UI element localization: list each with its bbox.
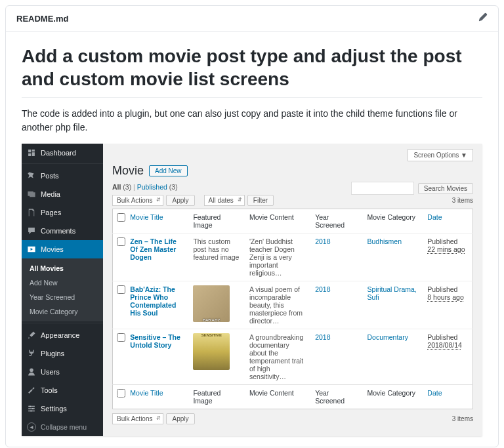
add-new-button[interactable]: Add New (149, 165, 188, 176)
col-year: Year Screened (311, 209, 363, 234)
submenu-add-new[interactable]: Add New (22, 275, 103, 290)
select-all-checkbox[interactable] (117, 213, 125, 222)
row-checkbox[interactable] (117, 237, 125, 246)
user-icon (27, 367, 36, 377)
sidebar-item-tools[interactable]: Tools (22, 381, 103, 399)
sidebar-item-appearance[interactable]: Appearance (22, 326, 103, 344)
row-title-link[interactable]: Zen – The Life Of Zen Master Dogen (130, 237, 177, 261)
row-date-when: 8 hours ago (427, 293, 463, 301)
col-content: Movie Content (245, 385, 311, 409)
submenu-all-movies[interactable]: All Movies (22, 261, 103, 275)
row-date-when: 22 mins ago (427, 245, 465, 253)
col-title[interactable]: Movie Title (126, 209, 189, 234)
collapse-menu[interactable]: ◄Collapse menu (22, 418, 103, 436)
search-input[interactable] (351, 182, 414, 195)
posts-table: Movie Title Featured Image Movie Content… (112, 209, 473, 409)
row-date-pub: Published (427, 237, 469, 245)
media-icon (27, 190, 36, 199)
row-year-link[interactable]: 2018 (315, 237, 330, 245)
admin-sidebar: Dashboard Posts Media Pages Comments Mov… (22, 144, 103, 436)
sidebar-item-users[interactable]: Users (22, 363, 103, 381)
status-published[interactable]: Published (3) (137, 183, 178, 191)
table-row: Sensitive – The Untold Story SENSITIVE A… (113, 329, 473, 385)
row-category-link[interactable]: Budhismen (367, 237, 402, 245)
col-image: Featured Image (189, 209, 245, 234)
row-content: A visual poem of incomparable beauty, th… (249, 285, 303, 325)
sidebar-item-media[interactable]: Media (22, 185, 103, 203)
items-count: 3 items (452, 195, 473, 205)
comment-icon (27, 226, 36, 235)
file-name: README.md (16, 14, 68, 24)
items-count-bottom: 3 items (452, 414, 473, 424)
svg-point-1 (32, 408, 33, 409)
row-date-pub: Published (427, 333, 469, 341)
table-row: Zen – The Life Of Zen Master Dogen This … (113, 234, 473, 281)
row-checkbox[interactable] (117, 285, 125, 294)
col-date[interactable]: Date (423, 385, 472, 409)
row-category-link[interactable]: Documentary (367, 333, 408, 341)
brush-icon (27, 331, 36, 340)
sliders-icon (27, 404, 36, 413)
row-year-link[interactable]: 2018 (315, 285, 330, 293)
select-all-checkbox-foot[interactable] (117, 389, 125, 397)
sidebar-submenu: All Movies Add New Year Screened Movie C… (22, 258, 103, 321)
plug-icon (27, 349, 36, 358)
col-category: Movie Category (363, 385, 423, 409)
admin-main: Screen Options ▼ Movie Add New All (3) |… (103, 144, 482, 436)
search-row: Search Movies (351, 182, 473, 195)
title-row: Movie Add New (112, 164, 473, 178)
row-title-link[interactable]: Sensitive – The Untold Story (130, 333, 180, 349)
list-heading: Movie (112, 164, 144, 178)
table-header-row: Movie Title Featured Image Movie Content… (113, 209, 473, 234)
svg-point-0 (30, 405, 31, 407)
wp-admin-screenshot: Dashboard Posts Media Pages Comments Mov… (22, 144, 482, 436)
status-links: All (3) | Published (3) (112, 183, 178, 191)
bulk-bottom-row: Bulk Actions Apply 3 items (112, 413, 473, 424)
col-year: Year Screened (311, 385, 363, 409)
col-title[interactable]: Movie Title (126, 385, 189, 409)
row-title-link[interactable]: Bab'Aziz: The Prince Who Contemplated Hi… (130, 285, 176, 317)
bulk-actions-select[interactable]: Bulk Actions (112, 195, 163, 206)
row-content: 'Zen' Buddhist teacher Dogen Zenji is a … (249, 237, 295, 277)
sidebar-item-settings[interactable]: Settings (22, 399, 103, 418)
sidebar-item-movies[interactable]: Movies (22, 240, 103, 258)
sidebar-item-dashboard[interactable]: Dashboard (22, 144, 103, 162)
card-header: README.md (6, 6, 498, 31)
col-image: Featured Image (189, 385, 245, 409)
col-content: Movie Content (245, 209, 311, 234)
sidebar-item-posts[interactable]: Posts (22, 167, 103, 185)
submenu-movie-category[interactable]: Movie Category (22, 304, 103, 319)
pencil-icon[interactable] (478, 12, 488, 24)
status-all[interactable]: All (3) (112, 183, 131, 191)
date-filter-select[interactable]: All dates (204, 195, 245, 206)
table-row: Bab'Aziz: The Prince Who Contemplated Hi… (113, 281, 473, 329)
pin-icon (27, 171, 36, 180)
table-footer-row: Movie Title Featured Image Movie Content… (113, 385, 473, 409)
search-button[interactable]: Search Movies (418, 183, 473, 194)
video-icon (27, 245, 36, 254)
readme-card: README.md Add a custom movie post type a… (5, 5, 499, 447)
row-content: A groundbreaking documentary about the t… (249, 333, 303, 380)
row-category-link[interactable]: Spiritual Drama, Sufi (367, 285, 416, 301)
sidebar-item-pages[interactable]: Pages (22, 203, 103, 222)
page-title: Add a custom movie post type and adjust … (22, 45, 482, 98)
row-date-when: 2018/08/14 (427, 341, 462, 349)
page-icon (27, 208, 36, 217)
row-year-link[interactable]: 2018 (315, 333, 330, 341)
apply-button-bottom[interactable]: Apply (166, 413, 194, 424)
submenu-year-screened[interactable]: Year Screened (22, 290, 103, 304)
sidebar-item-plugins[interactable]: Plugins (22, 344, 103, 363)
bulk-actions-select-bottom[interactable]: Bulk Actions (112, 413, 163, 424)
dashboard-icon (27, 148, 36, 157)
thumbnail-icon: BAB'AZIZ (193, 285, 230, 322)
wrench-icon (27, 386, 36, 395)
row-checkbox[interactable] (117, 333, 125, 342)
description: The code is added into a plugin, but one… (22, 107, 482, 134)
col-date[interactable]: Date (423, 209, 472, 234)
thumbnail-icon: SENSITIVE (193, 333, 230, 370)
screen-options-tab[interactable]: Screen Options ▼ (408, 149, 473, 161)
card-body: Add a custom movie post type and adjust … (6, 31, 498, 447)
sidebar-item-comments[interactable]: Comments (22, 222, 103, 240)
filter-button[interactable]: Filter (247, 195, 274, 206)
apply-button[interactable]: Apply (166, 195, 194, 206)
